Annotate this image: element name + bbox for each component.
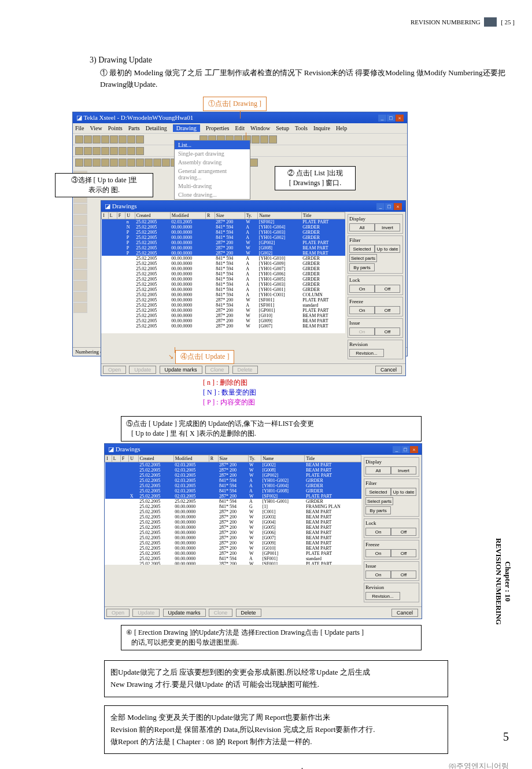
section-title: 3) Drawing Update [90,56,515,65]
callout-3: ③选择 [ Up to date ]里表示的 图. [55,173,153,197]
info-2: 全部 Modeling 变更及关于图的Update做完了周 Report也要新作… [104,705,448,754]
footer: 5 ㈜주영엔지니어링 [449,730,509,769]
section-body: ① 最初的 Modeling 做完了之后 工厂里制作或者检查的情况下 Revis… [100,67,515,90]
drawings-table-2[interactable]: ILFUCreatedModifiedRSizeTy.NameTitle25.0… [105,455,361,565]
open-button[interactable]: Open [103,366,126,374]
invert-button[interactable]: Invert [375,223,400,231]
note-5: ⑤点击 [ Update ] 完成图的 Update的话,像下边一样LIST会变… [121,416,422,441]
freeze-on-button[interactable]: On [349,306,375,314]
display-panel: DisplayAllInvert FilterSelectedUp to dat… [345,212,405,363]
menubar[interactable]: FileViewPointsPartsDetailingDrawingPrope… [73,123,407,133]
callout-1: ①点击[ Drawing ] [203,97,267,111]
subwin-buttons-2[interactable]: _□× [392,446,418,453]
legend: [ n ] : 删除的图 [ N ] : 数量变的图 [ P ] : 内容变的图 [203,378,515,407]
chapter-label: Chapter : 10REVISION NUMBERING [494,538,512,625]
subwin-buttons[interactable]: _□× [376,203,402,210]
drawings-window: ◪ Drawings_□× ILFUCreatedModifiedRSizeTy… [101,200,406,376]
delete-button[interactable]: Delete [232,366,258,374]
uptodate-button[interactable]: Up to date [375,245,400,253]
tekla-window: ◪ Tekla Xsteel - D:WmodelnWYoungHwa01 _□… [72,112,408,356]
freeze-off-button[interactable]: Off [375,306,400,314]
drawings-window-2: ◪ Drawings_□× ILFUCreatedModifiedRSizeTy… [104,443,422,619]
revision-button[interactable]: Revision... [349,349,384,357]
updatemarks-button[interactable]: Update marks [160,366,202,374]
clone-button[interactable]: Clone [205,366,230,374]
subwin-icon: ◪ [105,203,110,209]
cancel-button[interactable]: Cancel [375,366,402,374]
issue-off-button[interactable]: Off [375,328,400,336]
app-icon: ◪ [76,114,82,121]
byparts-button[interactable]: By parts [349,263,375,271]
page-header: REVISION NUMBERING [ 25 ] [90,17,515,27]
update-button[interactable]: Update [129,366,156,374]
selectparts-button[interactable]: Select parts [349,254,377,262]
issue-on-button[interactable]: On [349,328,375,336]
header-icon [484,17,497,27]
selected-button[interactable]: Selected [349,245,375,253]
lock-off-button[interactable]: Off [375,285,400,293]
callout-2: ② 点击[ List ]出现[ Drawings ] 窗口. [275,166,356,190]
subwin-icon-2: ◪ [108,446,114,452]
info-1: 图Update做完了之后 应该要想到图的变更会形成新图.所以经常Update 之… [104,660,448,697]
window-buttons[interactable]: _□× [378,114,404,122]
all-button[interactable]: All [349,223,375,231]
callout-4: ④点击[ Update ] [175,350,235,364]
delete-button-2[interactable]: Delete [236,609,261,617]
note-6: ⑥ [ Erection Drawing ]的Update方法是 选择Erect… [121,625,422,650]
display-panel-2: DisplayAllInvert FilterSelectedUp to dat… [361,455,422,606]
lock-on-button[interactable]: On [349,285,375,293]
drawing-menu-dropdown[interactable]: List...Single-part drawingAssembly drawi… [174,140,250,200]
drawings-table-1[interactable]: ILFUCreatedModifiedRSizeTy.NameTitlen25.… [101,212,345,329]
